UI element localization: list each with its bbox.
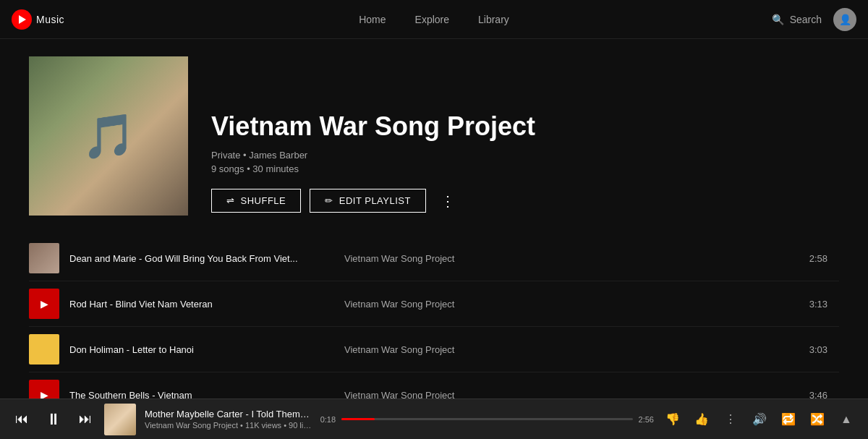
playlist-author: James Barber xyxy=(249,150,307,161)
logo-area[interactable]: Music xyxy=(12,9,113,30)
shuffle-icon: ⇌ xyxy=(226,195,235,206)
progress-area: 0:18 2:56 xyxy=(320,415,654,424)
nav-library[interactable]: Library xyxy=(478,14,509,25)
queue-button[interactable]: ▲ xyxy=(836,409,856,430)
youtube-music-logo-icon xyxy=(12,9,32,30)
song-thumbnail xyxy=(29,334,59,365)
player-right-controls: 👎 👍 ⋮ 🔊 🔁 🔀 ▲ xyxy=(663,409,856,430)
total-time: 2:56 xyxy=(639,415,654,424)
playlist-meta: Private • James Barber xyxy=(211,150,535,161)
song-playlist-name: Vietnam War Song Project xyxy=(344,344,561,355)
playlist-stats: 9 songs • 30 minutes xyxy=(211,163,535,174)
song-row[interactable]: Rod Hart - Blind Viet Nam VeteranVietnam… xyxy=(29,281,839,327)
player-thumb-image xyxy=(104,404,136,435)
player-thumbnail[interactable] xyxy=(104,404,136,435)
volume-button[interactable]: 🔊 xyxy=(749,409,770,430)
user-avatar[interactable]: 👤 xyxy=(833,8,856,31)
top-navigation: Music Home Explore Library 🔍 Search 👤 xyxy=(0,0,868,39)
search-icon: 🔍 xyxy=(772,14,784,25)
progress-fill xyxy=(341,418,375,420)
song-title: Rod Hart - Blind Viet Nam Veteran xyxy=(69,299,344,310)
shuffle-label: SHUFFLE xyxy=(241,195,286,206)
player-track-title: Mother Maybelle Carter - I Told Them Wha… xyxy=(145,409,312,419)
song-title: The Southern Bells - Vietnam xyxy=(69,390,344,399)
song-playlist-name: Vietnam War Song Project xyxy=(344,253,561,264)
song-list: Dean and Marie - God Will Bring You Back… xyxy=(29,236,839,398)
edit-playlist-button[interactable]: ✏ EDIT PLAYLIST xyxy=(310,189,426,213)
main-content: 🎵 Vietnam War Song Project Private • Jam… xyxy=(0,39,868,398)
playlist-header: 🎵 Vietnam War Song Project Private • Jam… xyxy=(29,56,839,216)
thumbs-up-button[interactable]: 👍 xyxy=(692,409,712,430)
player-track-info: Mother Maybelle Carter - I Told Them Wha… xyxy=(145,409,312,430)
edit-label: EDIT PLAYLIST xyxy=(339,195,411,206)
song-row[interactable]: The Southern Bells - VietnamVietnam War … xyxy=(29,372,839,398)
song-duration: 3:13 xyxy=(809,299,839,310)
play-pause-button[interactable] xyxy=(43,409,64,430)
song-row[interactable]: Dean and Marie - God Will Bring You Back… xyxy=(29,236,839,281)
player-bar: Mother Maybelle Carter - I Told Them Wha… xyxy=(0,398,868,439)
song-title: Don Holiman - Letter to Hanoi xyxy=(69,344,344,355)
playlist-duration: 30 minutes xyxy=(252,163,299,174)
search-label: Search xyxy=(790,14,822,25)
shuffle-button[interactable]: ⇌ SHUFFLE xyxy=(211,189,301,213)
more-icon: ⋮ xyxy=(441,193,455,209)
playlist-actions: ⇌ SHUFFLE ✏ EDIT PLAYLIST ⋮ xyxy=(211,189,535,213)
song-row[interactable]: Don Holiman - Letter to HanoiVietnam War… xyxy=(29,327,839,372)
song-title: Dean and Marie - God Will Bring You Back… xyxy=(69,253,344,264)
song-duration: 3:46 xyxy=(809,390,839,399)
playlist-cover-image: 🎵 xyxy=(29,56,188,216)
nav-home[interactable]: Home xyxy=(359,14,386,25)
song-playlist-name: Vietnam War Song Project xyxy=(344,390,561,399)
nav-explore[interactable]: Explore xyxy=(415,14,449,25)
song-duration: 2:58 xyxy=(809,253,839,264)
playlist-info: Vietnam War Song Project Private • James… xyxy=(211,56,535,216)
progress-bar[interactable] xyxy=(341,418,632,420)
repeat-button[interactable]: 🔁 xyxy=(778,409,799,430)
playlist-privacy: Private xyxy=(211,150,240,161)
search-area[interactable]: 🔍 Search xyxy=(772,14,822,25)
current-time: 0:18 xyxy=(320,415,336,424)
song-playlist-name: Vietnam War Song Project xyxy=(344,299,561,310)
track-more-button[interactable]: ⋮ xyxy=(720,409,741,430)
shuffle-player-button[interactable]: 🔀 xyxy=(807,409,827,430)
song-thumbnail xyxy=(29,380,59,398)
nav-links: Home Explore Library xyxy=(359,14,509,25)
song-thumbnail xyxy=(29,243,59,273)
nav-right: 🔍 Search 👤 xyxy=(772,8,856,31)
song-duration: 3:03 xyxy=(809,344,839,355)
more-options-button[interactable]: ⋮ xyxy=(435,191,461,211)
app-name: Music xyxy=(36,14,64,25)
song-count: 9 songs xyxy=(211,163,244,174)
edit-icon: ✏ xyxy=(325,195,333,206)
player-track-sub: Vietnam War Song Project • 11K views • 9… xyxy=(145,421,312,430)
playlist-cover: 🎵 xyxy=(29,56,188,216)
next-button[interactable] xyxy=(75,409,95,430)
player-controls xyxy=(12,409,95,430)
song-thumbnail xyxy=(29,289,59,319)
playlist-title: Vietnam War Song Project xyxy=(211,112,535,141)
thumbs-down-button[interactable]: 👎 xyxy=(663,409,683,430)
previous-button[interactable] xyxy=(12,409,32,430)
